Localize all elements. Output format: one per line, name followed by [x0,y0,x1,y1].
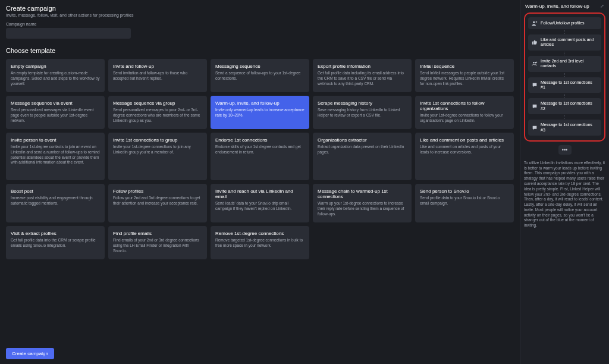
page-title: Create campaign [6,5,514,12]
workflow-step[interactable]: Invite 2nd and 3rd level contacts [528,56,601,72]
template-desc: Send leads' data to your Snov.io drip em… [215,201,304,212]
like-icon [532,39,538,45]
template-title: Follow profiles [113,189,202,194]
template-card[interactable]: Message chain to warmed-up 1st connectio… [313,184,412,222]
template-title: Organizations extractor [318,137,407,143]
page-subtitle: Invite, message, follow, visit, and othe… [6,13,514,17]
template-card[interactable]: InMail sequenceSend InMail messages to p… [415,59,514,92]
template-desc: An empty template for creating custom-ma… [11,71,100,86]
template-card[interactable]: Invite person to eventInvite your 1st-de… [6,133,105,180]
template-title: Message chain to warmed-up 1st connectio… [318,189,407,199]
template-card[interactable]: Export profile informationGet full profi… [313,59,412,92]
template-card[interactable]: Boost postIncrease post visibility and e… [6,184,105,222]
template-title: Warm-up, invite, and follow-up [215,101,304,106]
campaign-name-label: Campaign name [6,22,514,26]
template-card[interactable]: Visit & extract profilesGet full profile… [6,226,105,259]
template-desc: Find emails of your 2nd or 3rd degree co… [113,238,202,253]
template-card[interactable]: Message sequence via groupSend personali… [108,96,207,129]
template-desc: Send invitation and follow-ups to those … [113,71,202,81]
template-card[interactable]: Endorse 1st connectionsEndorse skills of… [211,133,309,180]
template-desc: Endorse skills of your 1st degree contac… [215,145,304,155]
template-title: Export profile information [318,64,407,69]
sidebar-title: Warm-up, invite, and follow-up [525,4,589,9]
template-title: Message sequence via group [113,101,202,106]
template-desc: Send InMail messages to people outside y… [420,71,509,86]
template-title: Scrape messaging history [318,101,407,106]
message-icon [532,103,538,109]
template-card[interactable]: Message sequence via eventSend personali… [6,96,105,129]
template-card[interactable]: Invite and reach out via LinkedIn and em… [211,184,309,222]
workflow-preview: Follow/Unfollow profiles⋮Like and commen… [524,12,605,142]
template-desc: Send personalized messages to your 2nd- … [113,108,202,123]
workflow-step[interactable]: Follow/Unfollow profiles [528,17,601,29]
template-card[interactable]: Follow profilesFollow your 2nd and 3rd d… [108,184,207,222]
expand-icon[interactable]: ⤢ [600,4,604,9]
workflow-connector: ⋮ [528,73,601,77]
choose-template-heading: Choose template [6,47,514,54]
template-title: Invite and follow-up [113,64,202,69]
template-title: Messaging sequence [215,64,304,69]
template-card[interactable]: Invite 1st connections to groupInvite yo… [108,133,207,180]
template-title: Send person to Snov.io [420,189,509,194]
template-title: Empty campaign [11,64,100,69]
workflow-step[interactable]: Message to 1st connections #3 [528,120,601,136]
workflow-step-label: Follow/Unfollow profiles [541,21,585,26]
workflow-connector: ⋮ [528,115,601,119]
template-card[interactable]: Scrape messaging historySave messaging h… [313,96,412,129]
template-desc: Increase post visibility and engagement … [11,196,100,206]
workflow-step-label: Invite 2nd and 3rd level contacts [541,59,598,69]
template-title: Like and comment on posts and articles [420,137,509,143]
template-desc: Warm up your 1st-degree connections to i… [318,201,407,216]
follow-icon [532,20,538,26]
template-card[interactable]: Invite and follow-upSend invitation and … [108,59,207,92]
template-card[interactable]: Find profile emailsFind emails of your 2… [108,226,207,259]
workflow-connector: ⋮ [528,51,601,55]
more-button[interactable]: ••• [558,145,572,155]
template-title: Message sequence via event [11,101,100,106]
campaign-name-input[interactable] [6,28,131,39]
sidebar-description: To utilize LinkedIn invitations more eff… [524,161,605,228]
workflow-step[interactable]: Like and comment posts and articles [528,34,601,51]
template-grid: Empty campaignAn empty template for crea… [6,59,514,259]
template-title: Invite 1st connections to follow organiz… [420,101,509,111]
template-desc: Invite only warmed-up leads to increase … [215,108,304,118]
template-desc: Follow your 2nd and 3rd degree connectio… [113,196,202,206]
template-desc: Get full profile data into the CRM or sc… [11,238,100,249]
template-desc: Like and comment on articles and posts o… [420,145,509,155]
workflow-step[interactable]: Message to 1st connections #2 [528,98,601,114]
template-card[interactable]: Invite 1st connections to follow organiz… [415,96,514,129]
template-title: Endorse 1st connections [215,137,304,143]
template-desc: Invite your 1st-degree connections to jo… [113,145,202,155]
invite-icon [532,61,538,67]
workflow-step[interactable]: Message to 1st connections #1 [528,77,601,93]
template-title: Invite and reach out via LinkedIn and em… [215,189,304,199]
template-card[interactable]: Empty campaignAn empty template for crea… [6,59,105,92]
template-card[interactable]: Send person to Snov.ioSend profile data … [415,184,514,222]
template-card[interactable]: Like and comment on posts and articlesLi… [415,133,514,180]
template-title: Invite 1st connections to group [113,137,202,143]
sidebar: Warm-up, invite, and follow-up ⤢ Follow/… [520,0,609,364]
template-desc: Invite your 1st-degree contacts to join … [11,145,100,165]
template-desc: Invite your 1st-degree connections to fo… [420,113,509,124]
workflow-step-label: Message to 1st connections #2 [541,101,598,111]
template-card[interactable]: Organizations extractorExtract organizat… [313,133,412,180]
template-desc: Send a sequence of follow-ups to your 1s… [215,71,304,81]
workflow-step-label: Message to 1st connections #1 [541,80,598,90]
message-icon [532,125,538,131]
create-campaign-button[interactable]: Create campaign [6,348,54,359]
template-desc: Get full profile data including its emai… [318,71,407,86]
template-desc: Send profile data to your Snov.io list o… [420,196,509,206]
template-desc: Send personalized messages via LinkedIn … [11,108,100,123]
message-icon [532,82,538,88]
template-card[interactable]: Remove 1st-degree connectionsRemove targ… [211,226,309,259]
template-card[interactable]: Messaging sequenceSend a sequence of fol… [211,59,309,92]
workflow-step-label: Message to 1st connections #3 [541,123,598,133]
template-card[interactable]: Warm-up, invite, and follow-upInvite onl… [211,96,309,129]
workflow-connector: ⋮ [528,30,601,34]
template-title: Invite person to event [11,137,100,143]
workflow-step-label: Like and comment posts and articles [541,37,598,48]
template-title: InMail sequence [420,64,509,69]
main-panel: Create campaign Invite, message, follow,… [0,0,520,364]
workflow-connector: ⋮ [528,93,601,98]
template-title: Boost post [11,189,100,194]
